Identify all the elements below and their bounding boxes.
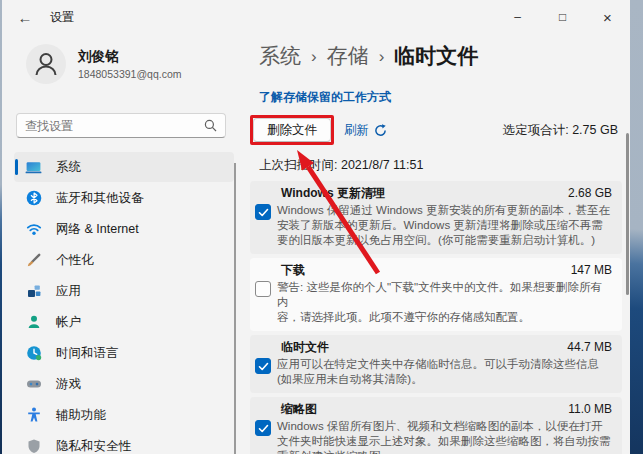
settings-window: ← 设置 – □ × 刘俊铭 1848053391@qq.com <box>2 0 630 454</box>
item-title: 下载 <box>281 263 612 278</box>
check-icon <box>258 207 269 218</box>
list-item-thumbnails: 缩略图 11.0 MB Windows 保留所有图片、视频和文档缩略图的副本，以… <box>250 397 622 454</box>
check-icon <box>258 423 269 434</box>
clock-icon <box>25 345 42 362</box>
item-size: 147 MB <box>571 263 612 278</box>
brush-icon <box>25 252 42 269</box>
sidebar-item-gaming[interactable]: 游戏 <box>14 369 234 399</box>
sidebar-item-bluetooth-devices[interactable]: 蓝牙和其他设备 <box>14 183 234 213</box>
item-description: 警告: 这些是你的个人"下载"文件夹中的文件。如果想要删除所有内 容，请选择此项… <box>277 280 612 325</box>
sidebar-item-label: 系统 <box>56 159 81 176</box>
sidebar-item-time-language[interactable]: 时间和语言 <box>14 338 234 368</box>
sidebar-item-label: 游戏 <box>56 376 81 393</box>
storage-reserve-link[interactable]: 了解存储保留的工作方式 <box>259 89 391 106</box>
sidebar-scrollbar[interactable] <box>234 163 236 454</box>
user-profile[interactable]: 刘俊铭 1848053391@qq.com <box>26 44 182 84</box>
list-item-downloads: 下载 147 MB 警告: 这些是你的个人"下载"文件夹中的文件。如果想要删除所… <box>250 258 622 331</box>
temp-file-list: Windows 更新清理 2.68 GB Windows 保留通过 Window… <box>250 181 622 454</box>
item-description: 应用可以在特定文件夹中存储临时信息。可以手动清除这些信息 (如果应用未自动将其清… <box>277 357 612 387</box>
breadcrumb-separator: › <box>311 45 317 67</box>
sidebar-item-label: 帐户 <box>56 314 81 331</box>
breadcrumb-separator: › <box>379 45 385 67</box>
back-button[interactable]: ← <box>8 4 42 30</box>
apps-icon <box>25 283 42 300</box>
sidebar-item-accounts[interactable]: 帐户 <box>14 307 234 337</box>
main-content: 系统 › 存储 › 临时文件 了解存储保留的工作方式 删除文件 刷新 选定项合计… <box>246 36 622 454</box>
checkbox[interactable] <box>255 204 271 220</box>
app-title: 设置 <box>50 9 74 26</box>
refresh-button[interactable]: 刷新 <box>344 122 387 139</box>
item-size: 2.68 GB <box>568 186 612 201</box>
titlebar: ← 设置 – □ × <box>2 0 630 34</box>
breadcrumb: 系统 › 存储 › 临时文件 <box>259 42 478 70</box>
checkbox[interactable] <box>255 281 271 297</box>
profile-text: 刘俊铭 1848053391@qq.com <box>78 48 182 80</box>
main-scrollbar[interactable] <box>626 133 629 295</box>
item-size: 44.7 MB <box>567 340 612 355</box>
checkbox[interactable] <box>255 420 271 436</box>
sidebar-item-label: 隐私和安全性 <box>56 438 131 454</box>
item-description: Windows 保留所有图片、视频和文档缩略图的副本，以便在打开 文件夹时能快速… <box>277 419 612 454</box>
person-icon <box>26 44 66 84</box>
breadcrumb-storage[interactable]: 存储 <box>327 42 369 70</box>
window-controls: – □ × <box>495 0 630 34</box>
avatar <box>26 44 66 84</box>
refresh-label: 刷新 <box>344 122 369 139</box>
close-icon: × <box>603 9 612 26</box>
selected-total: 选定项合计: 2.75 GB <box>503 122 618 139</box>
search-box[interactable] <box>16 113 226 138</box>
search-input[interactable] <box>25 119 204 133</box>
minimize-button[interactable]: – <box>495 0 540 34</box>
sidebar-item-system[interactable]: 系统 <box>14 152 234 182</box>
toolbar: 删除文件 刷新 选定项合计: 2.75 GB <box>250 115 618 145</box>
last-scan-time: 上次扫描时间: 2021/8/7 11:51 <box>259 157 423 174</box>
sidebar-item-network[interactable]: 网络 & Internet <box>14 214 234 244</box>
item-title: 临时文件 <box>281 340 612 355</box>
sidebar-item-privacy-security[interactable]: 隐私和安全性 <box>14 431 234 454</box>
sidebar-item-apps[interactable]: 应用 <box>14 276 234 306</box>
item-description: Windows 保留通过 Windows 更新安装的所有更新的副本，甚至在 安装… <box>277 203 612 248</box>
item-title: 缩略图 <box>281 402 612 417</box>
sidebar-item-label: 网络 & Internet <box>56 221 139 238</box>
wifi-icon <box>25 221 42 238</box>
sidebar: 刘俊铭 1848053391@qq.com 系统 <box>14 36 234 454</box>
sidebar-item-label: 辅助功能 <box>56 407 106 424</box>
back-arrow-icon: ← <box>18 9 33 26</box>
breadcrumb-system[interactable]: 系统 <box>259 42 301 70</box>
minimize-icon: – <box>514 10 521 24</box>
close-button[interactable]: × <box>585 0 630 34</box>
account-icon <box>25 314 42 331</box>
sidebar-item-label: 应用 <box>56 283 81 300</box>
list-item-temporary-files: 临时文件 44.7 MB 应用可以在特定文件夹中存储临时信息。可以手动清除这些信… <box>250 335 622 393</box>
desktop: { "titlebar": { "back_icon": "←", "title… <box>0 0 643 454</box>
refresh-icon <box>374 124 387 137</box>
item-size: 11.0 MB <box>568 402 612 417</box>
gamepad-icon <box>25 376 42 393</box>
sidebar-item-accessibility[interactable]: 辅助功能 <box>14 400 234 430</box>
delete-files-button[interactable]: 删除文件 <box>253 118 331 142</box>
profile-email: 1848053391@qq.com <box>78 68 182 80</box>
list-item-windows-update-cleanup: Windows 更新清理 2.68 GB Windows 保留通过 Window… <box>250 181 622 254</box>
system-icon <box>25 159 42 176</box>
search-icon <box>204 119 217 132</box>
breadcrumb-temp-files: 临时文件 <box>394 42 478 70</box>
maximize-button[interactable]: □ <box>540 0 585 34</box>
annotation-highlight-box: 删除文件 <box>250 115 334 145</box>
bluetooth-icon <box>25 190 42 207</box>
sidebar-item-label: 时间和语言 <box>56 345 119 362</box>
item-title: Windows 更新清理 <box>281 186 612 201</box>
maximize-icon: □ <box>559 10 566 24</box>
sidebar-nav: 系统 蓝牙和其他设备 网络 & Internet <box>14 152 234 454</box>
shield-icon <box>25 438 42 454</box>
accessibility-icon <box>25 407 42 424</box>
sidebar-item-label: 个性化 <box>56 252 94 269</box>
sidebar-item-personalization[interactable]: 个性化 <box>14 245 234 275</box>
check-icon <box>258 361 269 372</box>
sidebar-item-label: 蓝牙和其他设备 <box>56 190 144 207</box>
profile-name: 刘俊铭 <box>78 48 182 66</box>
checkbox[interactable] <box>255 358 271 374</box>
